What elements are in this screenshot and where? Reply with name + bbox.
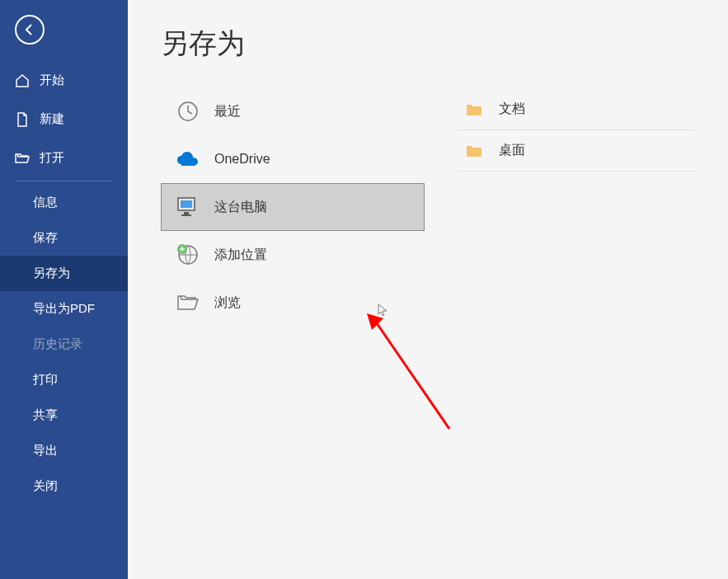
back-arrow-icon (23, 23, 36, 36)
sidebar-item-info[interactable]: 信息 (0, 185, 128, 220)
svg-rect-3 (184, 212, 189, 214)
folder-documents[interactable]: 文档 (458, 89, 695, 130)
sidebar-item-label: 保存 (33, 230, 58, 246)
document-icon (15, 112, 30, 127)
svg-rect-4 (181, 214, 191, 216)
folder-label: 文档 (499, 101, 525, 118)
folder-label: 桌面 (499, 142, 525, 159)
sidebar-item-label: 打印 (33, 372, 58, 388)
sidebar-item-label: 开始 (40, 73, 64, 88)
sidebar-item-label: 导出 (33, 443, 58, 459)
sidebar-item-share[interactable]: 共享 (0, 398, 128, 433)
svg-rect-2 (181, 200, 192, 208)
sidebar-item-label: 关闭 (33, 478, 58, 494)
location-onedrive[interactable]: OneDrive (161, 135, 425, 183)
sidebar-item-exportpdf[interactable]: 导出为PDF (0, 291, 128, 327)
sidebar-item-label: 打开 (40, 150, 64, 166)
sidebar-item-label: 另存为 (33, 266, 70, 281)
onedrive-icon (176, 148, 200, 171)
clock-icon (176, 100, 200, 123)
browse-folder-icon (176, 291, 200, 314)
sidebar-item-label: 信息 (33, 195, 58, 210)
location-label: OneDrive (214, 152, 270, 167)
page-title: 另存为 (161, 25, 425, 63)
locations-column: 另存为 最近 OneDrive 这台电脑 (161, 25, 425, 554)
location-thispc[interactable]: 这台电脑 (161, 183, 425, 231)
folders-column: 文档 桌面 (458, 25, 695, 554)
sidebar-item-close[interactable]: 关闭 (0, 468, 128, 504)
folder-icon (466, 144, 482, 158)
folder-desktop[interactable]: 桌面 (458, 130, 695, 172)
sidebar-item-save[interactable]: 保存 (0, 220, 128, 256)
sidebar-item-label: 导出为PDF (33, 301, 95, 317)
sidebar-item-saveas[interactable]: 另存为 (0, 256, 128, 291)
sidebar-item-history: 历史记录 (0, 327, 128, 362)
sidebar-item-label: 历史记录 (33, 337, 82, 352)
sidebar-item-home[interactable]: 开始 (0, 61, 128, 100)
add-location-icon (176, 243, 200, 266)
home-icon (15, 73, 30, 88)
sidebar-item-label: 新建 (40, 111, 64, 127)
location-label: 浏览 (214, 294, 241, 312)
sidebar-item-export[interactable]: 导出 (0, 433, 128, 468)
location-browse[interactable]: 浏览 (161, 279, 425, 327)
main-content: 另存为 最近 OneDrive 这台电脑 (128, 0, 728, 579)
location-label: 添加位置 (214, 247, 267, 264)
location-addplace[interactable]: 添加位置 (161, 231, 425, 279)
sidebar-item-print[interactable]: 打印 (0, 362, 128, 398)
folder-icon (466, 103, 482, 116)
back-button[interactable] (15, 15, 45, 45)
sidebar-item-new[interactable]: 新建 (0, 100, 128, 139)
location-recent[interactable]: 最近 (161, 87, 425, 135)
sidebar-item-open[interactable]: 打开 (0, 139, 128, 177)
sidebar-item-label: 共享 (33, 407, 58, 423)
location-label: 最近 (214, 103, 241, 120)
sidebar-separator (15, 181, 113, 181)
open-folder-icon (15, 151, 30, 166)
location-label: 这台电脑 (214, 199, 267, 216)
sidebar: 开始 新建 打开 信息 保存 另存为 导出为PDF 历史记录 (0, 0, 128, 579)
pc-icon (176, 195, 200, 219)
